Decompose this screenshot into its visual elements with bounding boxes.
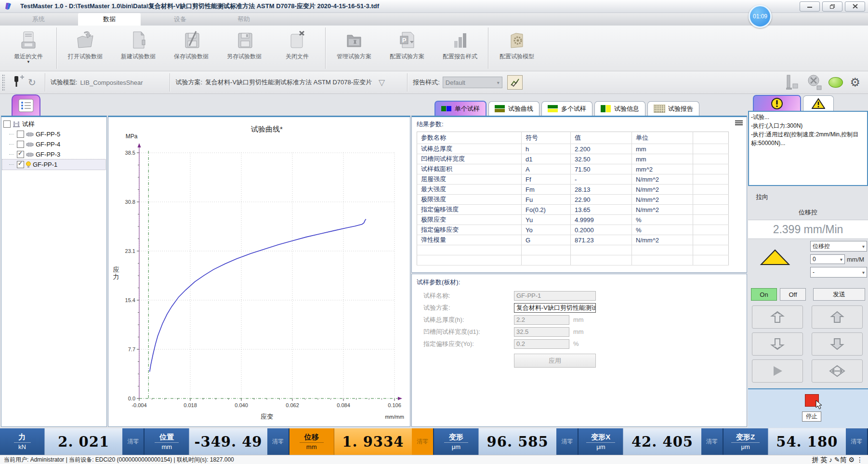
- manage-scheme-button[interactable]: 管理试验方案: [328, 26, 381, 71]
- tab-warnings[interactable]: [803, 95, 834, 111]
- table-row[interactable]: 弹性模量 G 871.23 N/mm^2: [417, 235, 729, 245]
- minimize-button[interactable]: [800, 1, 820, 12]
- jog-fast-down-button[interactable]: [752, 332, 803, 356]
- tree-specimen-row[interactable]: GF-PP-5: [2, 129, 105, 139]
- table-row[interactable]: 极限强度 Fu 22.90 N/mm^2: [417, 195, 729, 205]
- test-curve-chart[interactable]: 0.07.715.423.130.838.5-0.0040.0180.0400.…: [108, 117, 408, 425]
- refresh-icon[interactable]: ↻: [28, 77, 36, 88]
- control-value-unit: mm/M: [847, 256, 864, 263]
- table-row[interactable]: 试样截面积 A 71.50 mm^2: [417, 164, 729, 174]
- jog-up-button[interactable]: [812, 305, 863, 329]
- run-button[interactable]: [752, 359, 803, 383]
- specimen-checkbox[interactable]: [17, 151, 24, 158]
- tab-alerts[interactable]: [753, 95, 801, 111]
- menu-tab[interactable]: 设备: [156, 13, 204, 26]
- svg-text:0.040: 0.040: [235, 402, 248, 408]
- measurement-value: -349. 49: [189, 428, 267, 455]
- panel-menu-icon[interactable]: [735, 120, 743, 126]
- specimen-checkbox[interactable]: [17, 131, 24, 138]
- tab-multi-specimen[interactable]: 多个试样: [541, 101, 592, 116]
- ime-toolbar[interactable]: 拼 英 ♪ ✎简 ⚙ ⋮: [812, 456, 868, 464]
- control-tabstrip: [748, 93, 868, 111]
- tree-specimen-row[interactable]: GF-PP-4: [2, 139, 105, 149]
- close-file-button[interactable]: 关闭文件: [271, 26, 324, 71]
- test-report-icon: [654, 105, 665, 113]
- specimen-icon: [26, 132, 34, 137]
- param-field-input[interactable]: 2.2: [514, 315, 569, 325]
- param-field-unit: mm: [573, 316, 584, 323]
- table-row[interactable]: 极限应变 Yu 4.9999 %: [417, 215, 729, 225]
- close-button[interactable]: [845, 1, 865, 12]
- clear-button[interactable]: 清零: [701, 428, 723, 455]
- new-data-button[interactable]: 新建试验数据: [112, 26, 165, 71]
- scheme-label: 试验方案:: [175, 78, 202, 87]
- control-extra-select[interactable]: -▾: [810, 267, 867, 278]
- table-row[interactable]: 最大强度 Fm 28.13 N/mm^2: [417, 185, 729, 195]
- execution-log[interactable]: -试验... -执行:(入口力:300N) -执行:通用过程(控制速度:2mm/…: [748, 111, 868, 186]
- save-data-button[interactable]: 保存试验数据: [165, 26, 218, 71]
- save-as-data-button[interactable]: 另存试验数据: [218, 26, 271, 71]
- param-field-input[interactable]: 0.2: [514, 339, 569, 349]
- config-report-style-button[interactable]: 配置报告样式: [434, 26, 487, 71]
- menu-tab[interactable]: 帮助: [220, 13, 268, 26]
- clear-button[interactable]: 清零: [122, 428, 144, 455]
- jog-move-button[interactable]: [812, 359, 863, 383]
- table-row[interactable]: 屈服强度 Ff - N/mm^2: [417, 174, 729, 185]
- jog-down-button[interactable]: [812, 332, 863, 356]
- disconnect-icon[interactable]: [807, 74, 822, 91]
- measurement-unit: mm: [161, 443, 172, 451]
- menu-tab[interactable]: 系统: [14, 13, 63, 26]
- clear-button[interactable]: 清零: [267, 428, 289, 455]
- open-data-button[interactable]: 打开试验数据: [59, 26, 112, 71]
- scheme-dropdown-icon[interactable]: ▽: [379, 78, 385, 88]
- tree-specimen-row[interactable]: GF-PP-1: [2, 159, 105, 170]
- control-mode-select[interactable]: 位移控▾: [810, 241, 867, 252]
- specimen-checkbox[interactable]: [17, 161, 24, 168]
- settings-gear-icon[interactable]: ⚙: [850, 76, 860, 89]
- table-row[interactable]: 凹槽间试样宽度 d1 32.50 mm: [417, 154, 729, 164]
- param-field-label: 试验方案:: [423, 304, 514, 312]
- machine-icon[interactable]: [784, 74, 801, 91]
- menu-tab[interactable]: 数据: [78, 13, 141, 26]
- table-row[interactable]: 试棒总厚度 h 2.200 mm: [417, 144, 729, 154]
- tab-test-info[interactable]: 试验信息: [594, 101, 645, 116]
- apply-button[interactable]: 应用: [514, 354, 596, 368]
- clear-button[interactable]: 清零: [846, 428, 867, 455]
- specimen-list-tab[interactable]: [12, 94, 40, 116]
- off-button[interactable]: Off: [780, 288, 806, 301]
- on-button[interactable]: On: [751, 288, 777, 301]
- recent-files-button[interactable]: 最近的文件 ▼: [2, 26, 55, 71]
- status-bar: 当前用户: Administrator | 当前设备: EDCi20 (0000…: [0, 455, 868, 464]
- chart-panel: 0.07.715.423.130.838.5-0.0040.0180.0400.…: [108, 93, 410, 428]
- clear-button[interactable]: 清零: [412, 428, 433, 455]
- tab-test-report[interactable]: 试验报告: [647, 101, 699, 116]
- param-field-input[interactable]: GF-PP-1: [514, 291, 596, 301]
- root-checkbox[interactable]: [3, 120, 11, 128]
- specimen-checkbox[interactable]: [17, 141, 24, 148]
- test-info-icon: [601, 105, 611, 112]
- clear-button[interactable]: 清零: [556, 428, 578, 455]
- control-value-select[interactable]: 0▾: [810, 254, 845, 264]
- measurement-name: 变形X: [586, 433, 615, 443]
- param-field-input[interactable]: 复合材料-V缺口剪切性能测试标准方法: [514, 303, 596, 313]
- param-field-input[interactable]: 32.5: [514, 327, 569, 337]
- connector-icon[interactable]: [12, 75, 24, 90]
- tab-test-curve[interactable]: 试验曲线: [488, 101, 539, 116]
- table-row[interactable]: 指定偏移强度 Fo(0.2) 13.65 N/mm^2: [417, 205, 729, 215]
- config-scheme-button[interactable]: P 配置试验方案: [381, 26, 434, 71]
- param-field-row: 试样名称: GF-PP-1: [412, 290, 747, 302]
- send-button[interactable]: 发送: [813, 288, 865, 301]
- tree-specimen-row[interactable]: GF-PP-3: [2, 149, 105, 159]
- measurement-name: 变形Z: [731, 433, 760, 443]
- status-text: 当前用户: Administrator | 当前设备: EDCi20 (0000…: [0, 456, 812, 464]
- report-style-select[interactable]: Default▾: [443, 77, 502, 88]
- tab-single-specimen[interactable]: 单个试样: [434, 101, 487, 116]
- table-row[interactable]: 指定偏移应变 Yo 0.2000 %: [417, 225, 729, 235]
- tree-root-row[interactable]: 试样: [2, 119, 105, 129]
- restore-button[interactable]: [822, 1, 842, 12]
- jog-fast-up-button[interactable]: [752, 305, 803, 329]
- report-preview-button[interactable]: [507, 75, 523, 90]
- config-model-button[interactable]: 配置试验模型: [490, 26, 543, 71]
- drag-handle[interactable]: [2, 74, 5, 91]
- recent-files-icon: [19, 28, 38, 53]
